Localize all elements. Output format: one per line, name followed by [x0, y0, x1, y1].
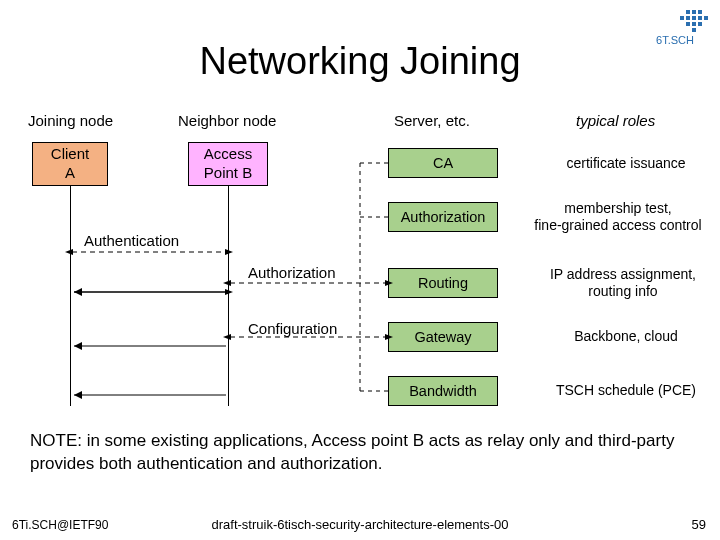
svg-marker-20: [74, 342, 82, 350]
svg-rect-9: [692, 22, 696, 26]
svg-rect-6: [698, 16, 702, 20]
client-node-box: Client A: [32, 142, 108, 186]
role-ca: certificate issuance: [536, 155, 716, 172]
msg-authentication: Authentication: [84, 232, 179, 249]
svg-rect-1: [692, 10, 696, 14]
server-gateway-box: Gateway: [388, 322, 498, 352]
lifeline-client: [70, 186, 71, 406]
page-title: Networking Joining: [0, 40, 720, 83]
header-server: Server, etc.: [394, 112, 470, 129]
server-gateway-label: Gateway: [414, 328, 471, 346]
client-node-label: Client A: [51, 145, 89, 183]
header-neighbor: Neighbor node: [178, 112, 276, 129]
server-routing-box: Routing: [388, 268, 498, 298]
svg-marker-17: [74, 288, 82, 296]
server-authorization-label: Authorization: [401, 208, 486, 226]
svg-rect-3: [680, 16, 684, 20]
role-bandwidth: TSCH schedule (PCE): [536, 382, 716, 399]
svg-rect-10: [698, 22, 702, 26]
server-ca-box: CA: [388, 148, 498, 178]
role-routing: IP address assignment, routing info: [530, 266, 716, 300]
server-ca-label: CA: [433, 154, 453, 172]
server-bandwidth-label: Bandwidth: [409, 382, 477, 400]
page-number: 59: [692, 517, 706, 532]
footer-center: draft-struik-6tisch-security-architectur…: [0, 517, 720, 532]
svg-rect-8: [686, 22, 690, 26]
server-routing-label: Routing: [418, 274, 468, 292]
svg-rect-11: [692, 28, 696, 32]
msg-authorization: Authorization: [248, 264, 336, 281]
svg-rect-5: [692, 16, 696, 20]
svg-rect-7: [704, 16, 708, 20]
server-authorization-box: Authorization: [388, 202, 498, 232]
svg-rect-0: [686, 10, 690, 14]
header-roles: typical roles: [576, 112, 655, 129]
msg-configuration: Configuration: [248, 320, 337, 337]
access-point-label: Access Point B: [204, 145, 252, 183]
role-authorization: membership test, fine-grained access con…: [518, 200, 718, 234]
server-bandwidth-box: Bandwidth: [388, 376, 498, 406]
lifeline-ap: [228, 186, 229, 406]
svg-rect-4: [686, 16, 690, 20]
svg-rect-2: [698, 10, 702, 14]
role-gateway: Backbone, cloud: [546, 328, 706, 345]
svg-marker-22: [74, 391, 82, 399]
note-text: NOTE: in some existing applications, Acc…: [30, 430, 690, 476]
access-point-box: Access Point B: [188, 142, 268, 186]
header-joining: Joining node: [28, 112, 113, 129]
